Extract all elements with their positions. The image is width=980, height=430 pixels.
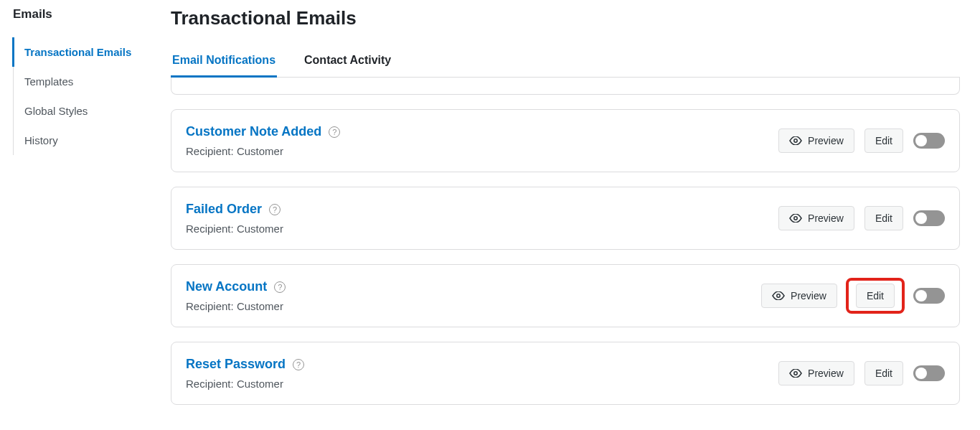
sidebar-title: Emails: [13, 7, 158, 22]
card-partial-top: [171, 78, 960, 95]
toggle-switch[interactable]: [913, 288, 945, 304]
preview-label: Preview: [791, 290, 826, 302]
edit-button[interactable]: Edit: [864, 361, 903, 385]
help-icon[interactable]: ?: [274, 281, 286, 293]
page-title: Transactional Emails: [171, 7, 960, 29]
svg-point-1: [794, 217, 797, 220]
eye-icon: [789, 136, 802, 145]
main-content: Transactional Emails Email Notifications…: [158, 0, 980, 430]
sidebar-item-label: History: [24, 134, 58, 146]
tabs: Email Notifications Contact Activity: [171, 48, 960, 78]
email-card: Reset Password ? Recipient: Customer Pre…: [171, 342, 960, 405]
preview-button[interactable]: Preview: [778, 361, 854, 385]
sidebar-item-label: Templates: [24, 75, 73, 88]
edit-label: Edit: [875, 212, 892, 224]
sidebar-item-history[interactable]: History: [12, 126, 158, 155]
toggle-switch[interactable]: [913, 210, 945, 226]
highlight-annotation: Edit: [846, 278, 905, 314]
sidebar-list: Transactional Emails Templates Global St…: [13, 37, 158, 155]
help-icon[interactable]: ?: [329, 126, 340, 138]
card-title-link[interactable]: New Account: [186, 279, 267, 294]
help-icon[interactable]: ?: [269, 204, 281, 215]
card-info: Reset Password ? Recipient: Customer: [186, 357, 304, 390]
sidebar-item-templates[interactable]: Templates: [12, 67, 158, 96]
card-actions: Preview Edit: [778, 361, 945, 385]
edit-button[interactable]: Edit: [864, 206, 903, 230]
tab-email-notifications[interactable]: Email Notifications: [171, 48, 277, 78]
preview-label: Preview: [808, 212, 844, 224]
toggle-switch[interactable]: [913, 365, 945, 381]
eye-icon: [789, 369, 802, 378]
svg-point-0: [794, 139, 797, 142]
toggle-switch[interactable]: [913, 133, 945, 149]
svg-point-3: [794, 372, 797, 375]
preview-label: Preview: [808, 135, 844, 146]
preview-button[interactable]: Preview: [761, 284, 837, 308]
sidebar-item-global-styles[interactable]: Global Styles: [12, 96, 158, 126]
card-info: New Account ? Recipient: Customer: [186, 279, 286, 312]
email-card: Customer Note Added ? Recipient: Custome…: [171, 109, 960, 172]
tab-label: Contact Activity: [304, 54, 391, 66]
card-actions: Preview Edit: [778, 206, 945, 230]
email-card: New Account ? Recipient: Customer Previe…: [171, 264, 960, 327]
card-recipient: Recipient: Customer: [186, 223, 283, 235]
card-recipient: Recipient: Customer: [186, 300, 286, 312]
card-info: Failed Order ? Recipient: Customer: [186, 202, 283, 235]
card-info: Customer Note Added ? Recipient: Custome…: [186, 124, 340, 157]
edit-button[interactable]: Edit: [856, 284, 895, 308]
card-actions: Preview Edit: [761, 281, 945, 311]
sidebar-item-label: Global Styles: [24, 105, 88, 117]
eye-icon: [772, 291, 785, 300]
card-actions: Preview Edit: [778, 128, 945, 153]
preview-button[interactable]: Preview: [778, 206, 854, 230]
help-icon[interactable]: ?: [293, 359, 304, 370]
preview-button[interactable]: Preview: [778, 128, 854, 153]
preview-label: Preview: [808, 368, 844, 379]
sidebar: Emails Transactional Emails Templates Gl…: [0, 0, 158, 430]
card-title-link[interactable]: Reset Password: [186, 357, 286, 372]
edit-label: Edit: [867, 290, 884, 302]
eye-icon: [789, 214, 802, 223]
card-title-link[interactable]: Failed Order: [186, 202, 262, 217]
sidebar-item-label: Transactional Emails: [24, 46, 131, 58]
edit-label: Edit: [875, 368, 892, 379]
edit-button[interactable]: Edit: [864, 128, 903, 153]
edit-label: Edit: [875, 135, 892, 146]
card-recipient: Recipient: Customer: [186, 378, 304, 390]
tab-contact-activity[interactable]: Contact Activity: [303, 48, 392, 78]
card-recipient: Recipient: Customer: [186, 145, 340, 157]
sidebar-item-transactional-emails[interactable]: Transactional Emails: [12, 37, 158, 67]
card-title-link[interactable]: Customer Note Added: [186, 124, 321, 139]
tab-label: Email Notifications: [172, 54, 275, 66]
email-card: Failed Order ? Recipient: Customer Previ…: [171, 187, 960, 250]
svg-point-2: [777, 294, 780, 297]
